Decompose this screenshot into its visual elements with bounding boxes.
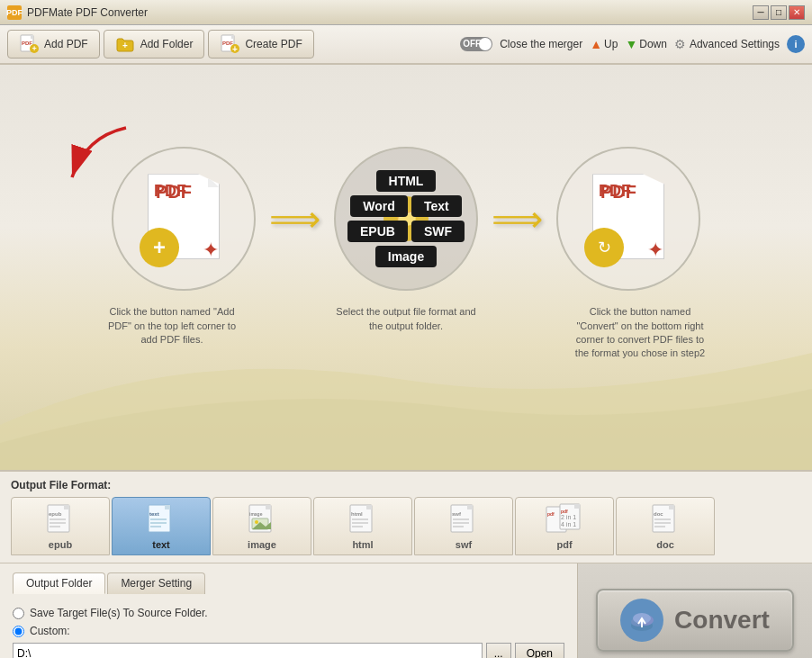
pdf-tab-label: pdf [556,539,572,550]
save-to-source-option[interactable]: Save Target File(s) To Source Folder. [13,607,564,619]
convert-badge: ↻ [584,228,624,267]
swf-format-tag: SWF [411,221,465,242]
svg-marker-46 [574,504,580,509]
bottom-section: Output Folder Merger Setting Save Target… [0,563,812,658]
convert-button[interactable]: Convert [596,589,794,652]
step3-circle: PDF ↻ ✦ [556,147,700,291]
merger-setting-tab[interactable]: Merger Setting [107,572,205,594]
open-button[interactable]: Open [515,643,564,658]
create-pdf-button[interactable]: PDF + Create PDF [208,30,313,59]
svg-text:epub: epub [49,511,62,517]
minimize-button[interactable]: ─ [753,5,769,20]
convert-panel: Convert [578,563,812,658]
steps-descriptions: Click the button named "Add PDF" on the … [100,305,712,361]
pdf-combo-icon: pdf pdf 2 in 1 4 in 1 [546,503,583,536]
convert-label: Convert [674,606,770,635]
step1-pdf-icon: PDF + ✦ [143,174,224,264]
svg-marker-19 [165,505,170,509]
toggle-off-label: OFF [463,39,481,49]
text-format-tag: Text [411,195,462,217]
format-tabs: epub epub text text im [11,497,801,555]
merger-toggle[interactable]: OFF [460,37,492,51]
toolbar-right: OFF Close the merger ▲ Up ▼ Down ⚙ Advan… [460,35,805,53]
doc-icon: doc [651,503,680,536]
svg-text:+: + [32,44,37,53]
path-input[interactable] [13,643,483,658]
down-button[interactable]: ▼ Down [625,37,667,51]
browse-button[interactable]: ... [486,643,511,658]
down-label: Down [639,38,667,50]
panel-tabs: Output Folder Merger Setting [13,572,564,594]
svg-marker-25 [266,505,271,509]
format-grid: HTML Word Text EPUB SWF Image [347,170,465,267]
advanced-settings-label: Advanced Settings [690,38,780,50]
path-row: ... Open [13,643,564,658]
format-tab-swf[interactable]: swf swf [414,497,513,555]
create-pdf-label: Create PDF [245,38,302,50]
add-pdf-button[interactable]: PDF + Add PDF [7,30,100,59]
image-tab-label: image [248,539,276,550]
epub-icon: epub [46,503,75,536]
info-button[interactable]: i [787,35,805,53]
acrobat-icon-2: ✦ [647,239,663,262]
html-tab-label: html [352,539,373,550]
output-folder-tab[interactable]: Output Folder [13,572,105,594]
svg-marker-13 [64,505,69,509]
step1-desc: Click the button named "Add PDF" on the … [100,305,244,361]
svg-text:html: html [351,511,363,517]
format-tab-html[interactable]: html html [313,497,412,555]
custom-folder-option[interactable]: Custom: [13,625,564,637]
svg-marker-51 [669,505,674,509]
main-area: PDF + ✦ ⟹ HTML Word Text EPUB SWF [0,65,812,470]
format-tab-epub[interactable]: epub epub [11,497,110,555]
output-format-section: Output File Format: epub epub text [0,470,812,563]
svg-text:doc: doc [654,511,663,517]
svg-marker-1 [31,35,33,39]
close-button[interactable]: ✕ [789,5,805,20]
format-tab-pdf[interactable]: pdf pdf 2 in 1 4 in 1 pdf [515,497,614,555]
format-tab-doc[interactable]: doc doc [616,497,715,555]
image-format-tag: Image [375,246,437,267]
format-tab-image[interactable]: image image [212,497,311,555]
arrow-2: ⟹ [492,198,543,239]
svg-text:PDF: PDF [22,41,32,46]
toggle-track[interactable]: OFF [460,37,492,51]
up-button[interactable]: ▲ Up [590,37,618,51]
svg-marker-37 [467,505,473,509]
format-row-3: EPUB SWF [347,221,465,242]
gear-icon: ⚙ [674,37,686,51]
output-format-label: Output File Format: [11,479,801,491]
svg-text:text: text [149,511,159,517]
refresh-icon: ↻ [598,238,611,257]
save-to-source-radio[interactable] [13,608,24,619]
format-row-2: Word Text [350,195,461,217]
custom-folder-radio[interactable] [13,626,24,637]
toolbar: PDF + Add PDF + Add Folder PDF + Create … [0,25,812,65]
svg-text:swf: swf [452,511,462,517]
arrow-1: ⟹ [269,198,320,239]
acrobat-icon: ✦ [203,239,219,262]
steps-container: PDF + ✦ ⟹ HTML Word Text EPUB SWF [112,147,700,291]
epub-tab-label: epub [49,539,72,550]
add-folder-label: Add Folder [140,38,194,50]
epub-format-tag: EPUB [347,221,408,242]
swf-tab-label: swf [456,539,472,550]
add-folder-button[interactable]: + Add Folder [104,30,205,59]
svg-point-28 [255,520,258,524]
maximize-button[interactable]: □ [771,5,787,20]
title-bar: PDF PDFMate PDF Converter ─ □ ✕ [0,0,812,25]
add-pdf-label: Add PDF [44,38,88,50]
create-pdf-icon: PDF + [220,34,239,54]
svg-text:image: image [249,511,263,517]
add-badge: + [140,228,179,267]
panel-content: Save Target File(s) To Source Folder. Cu… [13,603,564,658]
svg-text:+: + [122,41,128,50]
doc-tab-label: doc [656,539,674,550]
html-format-tag: HTML [376,170,437,192]
red-arrow-annotation [50,119,140,209]
svg-text:4 in 1: 4 in 1 [561,521,576,527]
step3-pdf-icon: PDF ↻ ✦ [588,174,669,264]
advanced-settings-button[interactable]: ⚙ Advanced Settings [674,37,780,51]
output-folder-panel: Output Folder Merger Setting Save Target… [0,563,578,658]
format-tab-text[interactable]: text text [112,497,211,555]
